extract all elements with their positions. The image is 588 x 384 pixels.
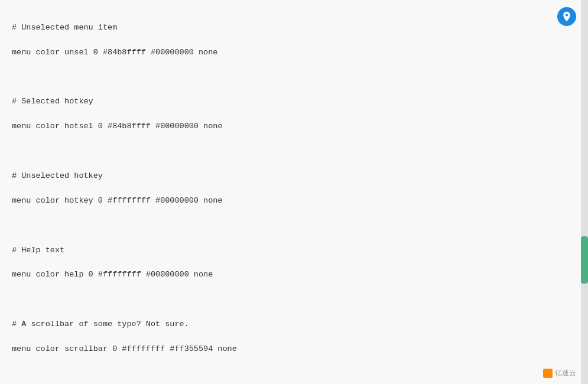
code-line: # A scrollbar of some type? Not sure. <box>12 318 576 331</box>
logo-icon <box>561 11 573 22</box>
code-line: menu color hotkey 0 #ffffffff #00000000 … <box>12 195 576 207</box>
watermark-icon <box>543 369 553 378</box>
watermark: 亿速云 <box>543 368 576 378</box>
main-container: # Unselected menu item menu color unsel … <box>0 0 588 384</box>
code-line <box>12 294 576 306</box>
code-line: menu color help 0 #ffffffff #00000000 no… <box>12 269 576 281</box>
code-line: # Help text <box>12 245 576 257</box>
code-line: menu color hotsel 0 #84b8ffff #00000000 … <box>12 121 576 133</box>
code-content: # Unselected menu item menu color unsel … <box>12 9 576 384</box>
code-line <box>12 145 576 158</box>
scrollbar-thumb[interactable] <box>581 236 588 284</box>
watermark-text: 亿速云 <box>555 368 576 378</box>
code-line: menu color unsel 0 #84b8ffff #00000000 n… <box>12 47 576 59</box>
code-line: # Selected hotkey <box>12 96 576 108</box>
code-line: # Unselected menu item <box>12 22 576 34</box>
code-line: # Unselected hotkey <box>12 170 576 183</box>
scrollbar-track[interactable] <box>581 0 588 384</box>
logo-badge <box>557 7 576 26</box>
code-line: menu color scrollbar 0 #ffffffff #ff3555… <box>12 343 576 356</box>
code-line <box>12 220 576 232</box>
code-line <box>12 71 576 84</box>
code-line <box>12 368 576 380</box>
